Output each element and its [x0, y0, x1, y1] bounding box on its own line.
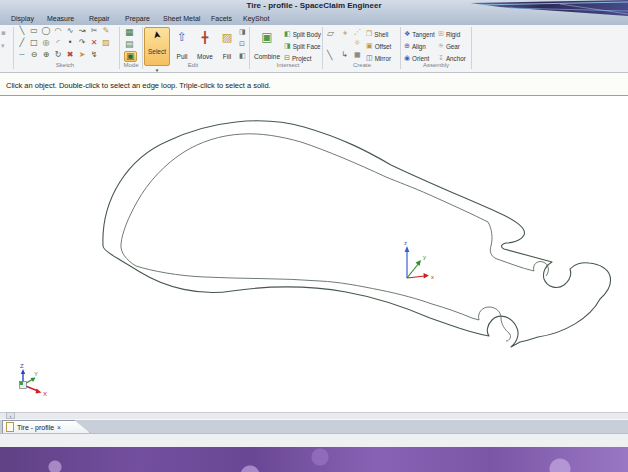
shell-label: Shell: [374, 31, 388, 38]
mode-group-label: Mode: [118, 62, 144, 68]
horizontal-scrollbar[interactable]: [0, 412, 628, 419]
assembly-group-label: Assembly: [404, 62, 468, 68]
edit-group-label: Edit: [168, 62, 218, 68]
create-group-label: Create: [326, 62, 398, 68]
tire-profile-drawing: z y x Z Y X: [0, 96, 628, 412]
anchor-icon: ↧: [438, 55, 444, 62]
hint-text: Click an object. Double-click to select …: [6, 81, 271, 90]
sketch-tool-grid: ╲ ▭ ◯ ◠ ∿ ↝ ✂ ✎ ╱ □ ◎ ◜ • ↷ ✕ ▨ ┄ ⊖ ⊕ ↻ …: [16, 27, 114, 63]
move-label: Move: [197, 53, 213, 60]
create-line-icon[interactable]: ╲: [327, 51, 332, 60]
rigid-icon: ⊞: [438, 31, 444, 38]
fill-label: Fill: [223, 53, 231, 60]
rigid-label: Rigid: [446, 31, 460, 38]
split-face-label: Split Face: [293, 43, 321, 50]
offset-label: Offset: [375, 43, 392, 50]
status-bar: an edge loop. Triple-click to select a s…: [0, 433, 628, 447]
menu-sheetmetal[interactable]: Sheet Metal: [160, 14, 203, 23]
menu-prepare[interactable]: Prepare: [122, 14, 153, 23]
create-grid-icon[interactable]: ▦: [354, 52, 361, 59]
scroll-left-button[interactable]: ‹: [6, 412, 15, 419]
axis-z-label: z: [404, 240, 407, 246]
menu-repair[interactable]: Repair: [86, 14, 113, 23]
pull-label: Pull: [177, 53, 188, 60]
tangent-icon: ❖: [404, 31, 410, 38]
create-radial-icon[interactable]: ☼: [354, 40, 360, 47]
edit-adjust-icon[interactable]: ⊡: [239, 41, 245, 48]
combine-icon: ▣: [261, 31, 272, 43]
edit-replace-icon[interactable]: ◨: [239, 29, 246, 36]
intersect-group-label: Intersect: [258, 62, 318, 68]
sketch-group-label: Sketch: [16, 62, 114, 68]
project-icon: ⊟: [284, 55, 290, 62]
offset-icon: ▣: [366, 43, 373, 50]
document-tab-strip: [0, 419, 628, 433]
split-face-icon: ◨: [284, 43, 291, 50]
create-plane-icon[interactable]: ▱: [327, 29, 334, 38]
mirror-icon: ◫: [366, 55, 373, 62]
menu-display[interactable]: Display: [8, 14, 37, 23]
select-button[interactable]: ➤ Select ▾: [144, 27, 170, 66]
world-z-label: Z: [20, 363, 24, 369]
document-icon: [6, 422, 14, 432]
world-origin-triad: Z Y X: [20, 363, 48, 397]
axis-x-label: x: [431, 274, 434, 280]
anchor-label: Anchor: [446, 55, 466, 62]
move-button[interactable]: ╋ Move: [194, 27, 216, 63]
world-x-label: X: [43, 391, 47, 397]
shell-icon: ❒: [366, 31, 372, 38]
orient-label: Orient: [412, 55, 429, 62]
tab-title: Tire - profile: [17, 424, 54, 431]
sketch-offset-icon[interactable]: ▨: [100, 39, 112, 51]
pull-button[interactable]: ⇧ Pull: [171, 27, 193, 63]
menu-measure[interactable]: Measure: [44, 14, 77, 23]
edit-other-icon[interactable]: ◧: [239, 53, 246, 60]
select-label: Select: [148, 48, 166, 55]
axis-y-label: y: [423, 254, 426, 260]
pull-icon: ⇧: [177, 31, 187, 43]
align-icon: ⊕: [404, 43, 410, 50]
tab-close-icon[interactable]: ×: [57, 424, 61, 431]
menu-keyshot[interactable]: KeyShot: [240, 14, 272, 23]
split-body-label: Split Body: [293, 31, 321, 38]
create-pattern-icon[interactable]: ⋰: [354, 29, 361, 36]
window-title: Tire - profile - SpaceClaim Engineer: [0, 1, 628, 10]
gear-icon: ✳: [438, 43, 444, 50]
combine-button[interactable]: ▣ Combine: [252, 27, 282, 63]
mode-sketch-icon[interactable]: ▦: [125, 28, 134, 37]
windows-taskbar: [0, 447, 628, 472]
spaceclaim-window: Tire - profile - SpaceClaim Engineer Dis…: [0, 0, 628, 472]
gear-label: Gear: [446, 43, 460, 50]
combine-label: Combine: [254, 53, 280, 60]
mirror-label: Mirror: [375, 55, 391, 62]
world-y-label: Y: [34, 371, 38, 377]
menu-facets[interactable]: Facets: [208, 14, 235, 23]
mode-section-icon[interactable]: ▤: [125, 40, 134, 49]
create-point-icon[interactable]: ＋: [341, 29, 349, 37]
clipped-dropdown-icon[interactable]: ▾: [1, 43, 5, 50]
orient-icon: ◉: [404, 55, 410, 62]
split-body-icon: ◧: [284, 31, 291, 38]
project-label: Project: [292, 55, 312, 62]
fill-icon: ▨: [222, 32, 232, 43]
align-label: Align: [412, 43, 426, 50]
hint-bar: Click an object. Double-click to select …: [0, 72, 628, 96]
move-icon: ╋: [202, 32, 209, 43]
ribbon: ▪ ▾ ╲ ▭ ◯ ◠ ∿ ↝ ✂ ✎ ╱ □ ◎ ◜ • ↷ ✕ ▨ ┄ ⊖ …: [0, 25, 628, 73]
mode-3d-icon[interactable]: ▣: [124, 51, 137, 62]
create-axis-icon[interactable]: ↳: [341, 51, 348, 59]
design-canvas[interactable]: z y x Z Y X: [0, 96, 628, 412]
tangent-label: Tangent: [412, 31, 434, 38]
clipped-tool-icon[interactable]: ▪: [1, 30, 6, 37]
title-bar[interactable]: Tire - profile - SpaceClaim Engineer Dis…: [0, 0, 628, 26]
fill-button[interactable]: ▨ Fill: [217, 27, 237, 63]
